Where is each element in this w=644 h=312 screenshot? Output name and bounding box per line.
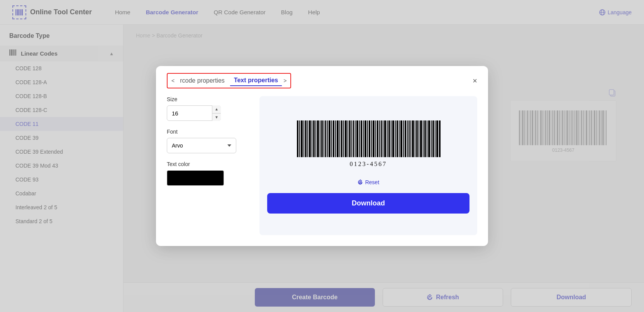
svg-rect-134 [416,120,418,157]
svg-rect-133 [415,120,415,157]
size-field-group: Size ▲ ▼ [167,96,250,121]
barcode-container: 0123-4567 [295,120,442,171]
svg-rect-117 [383,120,383,157]
svg-rect-145 [439,120,441,157]
font-select[interactable]: Arvo Arial Times New Roman Courier Verda… [167,138,236,153]
svg-rect-110 [369,120,370,157]
svg-rect-144 [436,120,438,157]
svg-rect-118 [384,120,386,157]
font-label: Font [167,129,250,135]
svg-rect-140 [428,120,430,157]
svg-rect-105 [359,120,360,157]
barcode-preview-area: 0123-4567 [267,120,469,171]
svg-rect-126 [400,120,402,157]
svg-rect-111 [371,120,372,157]
tab-text-label: Text properties [234,77,278,84]
svg-rect-125 [399,120,400,157]
modal-right-panel: 0123-4567 Reset Download [259,96,477,235]
size-decrement-button[interactable]: ▼ [212,114,221,121]
font-field-group: Font Arvo Arial Times New Roman Courier … [167,129,250,153]
size-increment-button[interactable]: ▲ [212,105,221,114]
svg-rect-129 [407,120,408,157]
svg-rect-102 [353,120,354,157]
svg-rect-78 [305,120,307,157]
svg-rect-99 [347,120,348,157]
size-label: Size [167,96,250,102]
svg-rect-123 [395,120,396,157]
size-spin-buttons: ▲ ▼ [212,105,221,121]
svg-rect-80 [309,120,311,157]
svg-rect-127 [403,120,404,157]
svg-rect-136 [420,120,422,157]
tab-barcode-properties[interactable]: rcode properties [176,76,229,86]
svg-rect-94 [337,120,339,157]
svg-rect-93 [335,120,336,157]
tab-text-properties[interactable]: Text properties [230,75,282,86]
svg-rect-112 [373,120,375,157]
modal-download-button[interactable]: Download [267,193,469,214]
svg-rect-138 [424,120,426,157]
svg-rect-113 [375,120,376,157]
svg-rect-143 [435,120,436,157]
svg-rect-75 [299,120,300,157]
svg-rect-121 [391,120,391,157]
svg-rect-77 [303,120,304,157]
text-properties-modal: < rcode properties Text properties > × S… [156,66,488,246]
reset-button[interactable]: Reset [358,179,380,185]
svg-rect-97 [343,120,344,157]
svg-rect-82 [313,120,315,157]
tab-next-arrow[interactable]: > [283,78,286,84]
svg-rect-84 [317,120,319,157]
text-color-swatch[interactable] [167,170,224,186]
svg-text:0123-4567: 0123-4567 [350,161,387,167]
svg-rect-130 [408,120,410,157]
svg-rect-137 [423,120,424,157]
svg-rect-101 [351,120,352,157]
svg-rect-135 [419,120,419,157]
svg-rect-132 [412,120,414,157]
svg-rect-119 [387,120,388,157]
modal-close-button[interactable]: × [473,76,477,85]
svg-rect-90 [329,120,330,157]
svg-rect-122 [392,120,394,157]
svg-rect-107 [363,120,364,157]
svg-rect-86 [321,120,323,157]
svg-rect-92 [333,120,334,157]
svg-rect-85 [320,120,320,157]
svg-rect-109 [367,120,368,157]
svg-rect-131 [410,120,411,157]
modal-header: < rcode properties Text properties > × [156,66,488,88]
svg-rect-81 [312,120,312,157]
svg-rect-103 [355,120,356,157]
svg-rect-95 [339,120,340,157]
color-label: Text color [167,161,250,167]
barcode-modal-svg: 0123-4567 [295,120,442,170]
svg-rect-104 [356,120,358,157]
svg-rect-139 [427,120,427,157]
svg-rect-100 [349,120,351,157]
svg-rect-128 [405,120,406,157]
size-input-wrap: ▲ ▼ [167,105,221,121]
svg-rect-115 [379,120,380,157]
svg-rect-124 [397,120,398,157]
svg-rect-141 [431,120,432,157]
modal-tabs: < rcode properties Text properties > [167,73,291,88]
svg-rect-116 [381,120,382,157]
color-field-group: Text color [167,161,250,186]
svg-rect-91 [331,120,332,157]
svg-rect-98 [345,120,347,157]
svg-rect-114 [377,120,378,157]
tab-barcode-label: rcode properties [180,77,225,84]
reset-label: Reset [365,179,380,185]
svg-rect-142 [432,120,434,157]
svg-rect-89 [327,120,328,157]
svg-rect-74 [297,120,298,157]
svg-rect-120 [388,120,390,157]
tab-prev-arrow[interactable]: < [171,78,175,84]
modal-body: Size ▲ ▼ Font Arvo Arial Times New Roman… [156,88,488,246]
svg-rect-108 [364,120,366,157]
svg-rect-83 [315,120,316,157]
svg-rect-87 [324,120,324,157]
svg-rect-96 [341,120,342,157]
svg-rect-106 [361,120,362,157]
